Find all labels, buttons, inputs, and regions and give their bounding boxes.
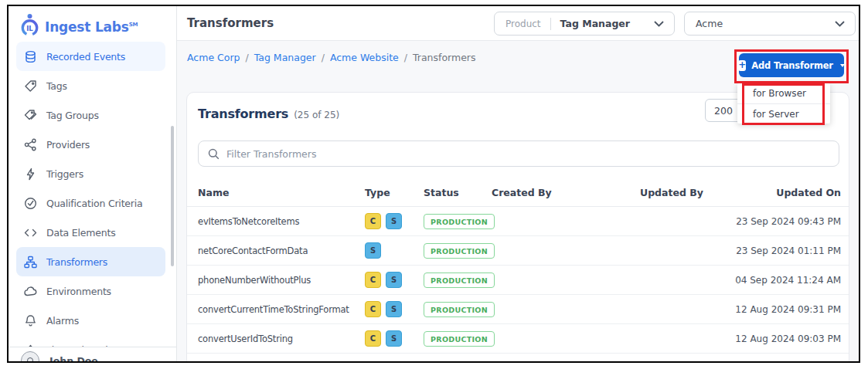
table-row[interactable]: phoneNumberWithoutPlusCSPRODUCTION04 Sep… xyxy=(187,266,849,295)
sidebar-item-label: Tags xyxy=(46,80,67,92)
column-header-created-by: Created By xyxy=(492,187,640,198)
filter-input[interactable] xyxy=(226,148,829,160)
sidebar-nav: Recorded EventsTagsTag GroupsProvidersTr… xyxy=(9,42,176,361)
column-header-type: Type xyxy=(365,187,424,198)
type-badges: S xyxy=(365,242,424,259)
breadcrumb-link[interactable]: Acme Website xyxy=(330,52,399,63)
column-header-status: Status xyxy=(424,187,492,198)
breadcrumb-link[interactable]: Acme Corp xyxy=(187,52,240,63)
brand-logo[interactable]: IL Ingest LabsSM xyxy=(19,13,138,39)
product-selector-value: Tag Manager xyxy=(551,18,638,29)
page-title: Transformers xyxy=(187,16,274,30)
hierarchy-icon xyxy=(24,256,37,269)
status-badge: PRODUCTION xyxy=(424,302,495,317)
chevron-down-icon xyxy=(835,21,845,27)
check-circle-icon xyxy=(24,197,37,210)
bolt-icon xyxy=(24,168,37,181)
breadcrumb: Acme Corp/Tag Manager/Acme Website/Trans… xyxy=(187,52,476,63)
sidebar-item-tags[interactable]: Tags xyxy=(16,71,165,100)
client-type-badge: C xyxy=(365,330,381,347)
transformer-name: phoneNumberWithoutPlus xyxy=(198,275,365,286)
sidebar-item-label: Alarms xyxy=(46,315,79,327)
table-row[interactable]: evItemsToNetcoreItemsCSPRODUCTION23 Sep … xyxy=(187,207,849,236)
sidebar-item-environments[interactable]: Environments xyxy=(16,276,165,306)
database-icon xyxy=(24,50,37,63)
server-type-badge: S xyxy=(386,301,402,317)
organization-selector[interactable]: Acme xyxy=(684,12,856,36)
server-type-badge: S xyxy=(386,213,402,229)
breadcrumb-separator: / xyxy=(404,52,407,63)
sidebar-item-alarms[interactable]: Alarms xyxy=(16,306,165,335)
sidebar-item-providers[interactable]: Providers xyxy=(16,130,165,159)
breadcrumb-link[interactable]: Tag Manager xyxy=(254,52,316,63)
caret-down-icon xyxy=(840,64,845,67)
type-badges: CS xyxy=(365,213,424,229)
person-icon xyxy=(27,357,33,363)
status-badge: PRODUCTION xyxy=(424,331,495,347)
organization-selector-value: Acme xyxy=(685,18,730,29)
user-avatar xyxy=(21,351,39,363)
updated-on-cell: 12 Aug 2024 09:31 PM xyxy=(711,304,841,315)
breadcrumb-separator: / xyxy=(246,52,249,63)
column-header-updated-on: Updated On xyxy=(711,187,841,198)
user-menu[interactable]: John Doe xyxy=(9,347,176,363)
transformer-name: convertUserIdToString xyxy=(198,333,365,344)
type-badges: CS xyxy=(365,272,424,288)
client-type-badge: C xyxy=(365,301,381,317)
product-selector[interactable]: Product Tag Manager xyxy=(494,12,675,36)
add-transformer-button[interactable]: + Add Transformer xyxy=(739,53,844,77)
ingest-labs-logo-icon: IL xyxy=(19,13,40,37)
column-header-updated-by: Updated By xyxy=(640,187,711,198)
sidebar-item-data-elements[interactable]: Data Elements xyxy=(16,218,165,247)
sidebar-item-label: Transformers xyxy=(46,256,107,268)
sidebar-item-label: Qualification Criteria xyxy=(46,198,143,209)
menu-item-for-server[interactable]: for Server xyxy=(737,103,830,124)
table-row[interactable]: convertCurrentTimeToStringFormatCSPRODUC… xyxy=(187,295,849,324)
plus-icon: + xyxy=(738,60,746,71)
transformers-table: NameTypeStatusCreated ByUpdated ByUpdate… xyxy=(187,179,849,354)
sidebar-item-recorded-events[interactable]: Recorded Events xyxy=(16,42,165,71)
tag-icon xyxy=(24,80,37,93)
add-transformer-dropdown: for Browserfor Server xyxy=(737,83,830,124)
server-type-badge: S xyxy=(365,242,381,259)
bell-icon xyxy=(24,314,37,327)
user-name: John Doe xyxy=(49,355,98,364)
table-row[interactable]: convertUserIdToStringCSPRODUCTION12 Aug … xyxy=(187,324,849,354)
sidebar-item-triggers[interactable]: Triggers xyxy=(16,159,165,188)
server-type-badge: S xyxy=(386,272,402,288)
sidebar-item-tag-groups[interactable]: Tag Groups xyxy=(16,100,165,130)
content-area: Acme Corp/Tag Manager/Acme Website/Trans… xyxy=(177,41,859,361)
sidebar-item-transformers[interactable]: Transformers xyxy=(16,247,165,276)
top-header: Transformers Product Tag Manager Acme xyxy=(177,6,859,41)
table-row[interactable]: netCoreContactFormDataSPRODUCTION23 Sep … xyxy=(187,236,849,266)
sidebar-item-qualification-criteria[interactable]: Qualification Criteria xyxy=(16,188,165,218)
svg-text:IL: IL xyxy=(26,25,33,32)
sidebar-item-label: Environments xyxy=(46,286,111,297)
updated-on-cell: 23 Sep 2024 09:43 PM xyxy=(711,216,841,227)
status-badge: PRODUCTION xyxy=(424,214,495,229)
table-header-row: NameTypeStatusCreated ByUpdated ByUpdate… xyxy=(187,179,849,207)
search-icon xyxy=(208,148,220,160)
breadcrumb-current: Transformers xyxy=(413,52,476,63)
column-header-name: Name xyxy=(198,187,365,198)
transformer-name: convertCurrentTimeToStringFormat xyxy=(198,304,365,315)
client-type-badge: C xyxy=(365,213,381,229)
chevron-down-icon xyxy=(654,21,664,27)
transformer-name: netCoreContactFormData xyxy=(198,245,365,256)
sidebar-item-label: Providers xyxy=(46,139,90,151)
filter-field xyxy=(198,140,839,167)
client-type-badge: C xyxy=(365,272,381,288)
sidebar-item-label: Triggers xyxy=(46,168,83,180)
menu-item-for-browser[interactable]: for Browser xyxy=(737,83,830,103)
updated-on-cell: 12 Aug 2024 09:03 PM xyxy=(711,333,841,344)
sidebar-item-label: Tag Groups xyxy=(46,110,99,121)
panel-count: (25 of 25) xyxy=(294,110,339,120)
sidebar-scrollbar-thumb[interactable] xyxy=(171,126,174,266)
cloud-icon xyxy=(24,285,37,298)
transformers-panel: Transformers (25 of 25) 200 NameTypeStat… xyxy=(186,92,849,361)
share-icon xyxy=(24,138,37,151)
status-badge: PRODUCTION xyxy=(424,273,495,288)
page-size-value: 200 xyxy=(714,105,733,117)
product-selector-label: Product xyxy=(495,19,550,29)
type-badges: CS xyxy=(365,301,424,317)
